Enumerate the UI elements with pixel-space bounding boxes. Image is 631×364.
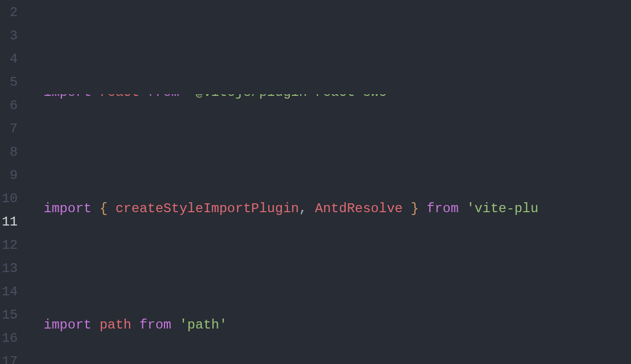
line-number: 3 — [0, 24, 18, 48]
line-number: 9 — [0, 164, 18, 187]
string: 'path' — [179, 317, 227, 332]
punctuation: , — [299, 201, 307, 216]
code-line[interactable]: import react from '@vitejs/plugin-react-… — [28, 94, 631, 104]
line-number: 16 — [0, 327, 18, 350]
line-number: 7 — [0, 117, 18, 141]
line-number: 17 — [0, 350, 18, 364]
line-number: 2 — [0, 1, 18, 24]
keyword: import — [44, 94, 91, 100]
line-number: 5 — [0, 71, 18, 94]
line-number-active: 11 — [0, 211, 18, 234]
code-line[interactable]: import { createStyleImportPlugin, AntdRe… — [28, 197, 631, 221]
string: 'vite-plu — [466, 201, 538, 216]
identifier: react — [100, 94, 140, 100]
line-number: 8 — [0, 141, 18, 164]
line-number: 15 — [0, 304, 18, 327]
identifier: path — [100, 317, 132, 332]
line-number: 4 — [0, 48, 18, 71]
identifier: createStyleImportPlugin — [115, 201, 299, 216]
line-number: 10 — [0, 187, 18, 211]
keyword: import — [44, 317, 91, 332]
line-number: 13 — [0, 257, 18, 280]
keyword: from — [140, 317, 172, 332]
string: '@vitejs/plugin-react-swc' — [187, 94, 394, 100]
brace: } — [411, 201, 418, 216]
code-editor[interactable]: 2 3 4 5 6 7 8 9 10 11 12 13 14 15 16 17 … — [0, 0, 631, 364]
line-number-gutter: 2 3 4 5 6 7 8 9 10 11 12 13 14 15 16 17 — [0, 0, 28, 364]
keyword: from — [427, 201, 459, 216]
code-line[interactable]: import path from 'path' — [28, 314, 631, 337]
code-area[interactable]: import react from '@vitejs/plugin-react-… — [28, 0, 631, 364]
identifier: AntdResolve — [315, 201, 403, 216]
keyword: import — [44, 201, 91, 216]
keyword: from — [147, 94, 179, 100]
line-number: 14 — [0, 280, 18, 304]
line-number: 6 — [0, 94, 18, 117]
line-number: 12 — [0, 234, 18, 257]
brace: { — [100, 201, 107, 216]
